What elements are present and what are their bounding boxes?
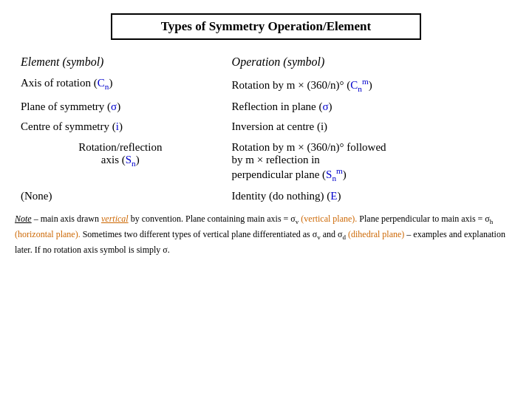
note-section: Note – main axis drawn vertical by conve… xyxy=(15,212,517,256)
table-row: Rotation/reflectionaxis (Sn) Rotation by… xyxy=(15,137,517,186)
table-row: Plane of symmetry (σ) Reflection in plan… xyxy=(15,97,517,117)
table-row: (None) Identity (do nothing) (E) xyxy=(15,186,517,206)
operation-cell: Rotation by m × (360/n)° followedby m × … xyxy=(226,137,517,186)
symmetry-table: Element (symbol) Operation (symbol) Axis… xyxy=(15,52,517,206)
page-title: Types of Symmetry Operation/Element xyxy=(161,19,371,34)
element-cell: (None) xyxy=(15,186,226,206)
note-text: – main axis drawn vertical by convention… xyxy=(15,214,505,255)
element-cell: Axis of rotation (Cn) xyxy=(15,73,226,97)
operation-cell: Identity (do nothing) (E) xyxy=(226,186,517,206)
table-row: Centre of symmetry (i) Inversion at cent… xyxy=(15,117,517,137)
header-operation: Operation (symbol) xyxy=(226,52,517,73)
operation-cell: Reflection in plane (σ) xyxy=(226,97,517,117)
element-cell: Rotation/reflectionaxis (Sn) xyxy=(15,137,226,186)
note-label: Note xyxy=(15,214,32,224)
title-box: Types of Symmetry Operation/Element xyxy=(111,13,421,40)
operation-cell: Inversion at centre (i) xyxy=(226,117,517,137)
operation-cell: Rotation by m × (360/n)° (Cnm) xyxy=(226,73,517,97)
element-cell: Centre of symmetry (i) xyxy=(15,117,226,137)
header-element: Element (symbol) xyxy=(15,52,226,73)
table-header-row: Element (symbol) Operation (symbol) xyxy=(15,52,517,73)
table-row: Axis of rotation (Cn) Rotation by m × (3… xyxy=(15,73,517,97)
element-cell: Plane of symmetry (σ) xyxy=(15,97,226,117)
